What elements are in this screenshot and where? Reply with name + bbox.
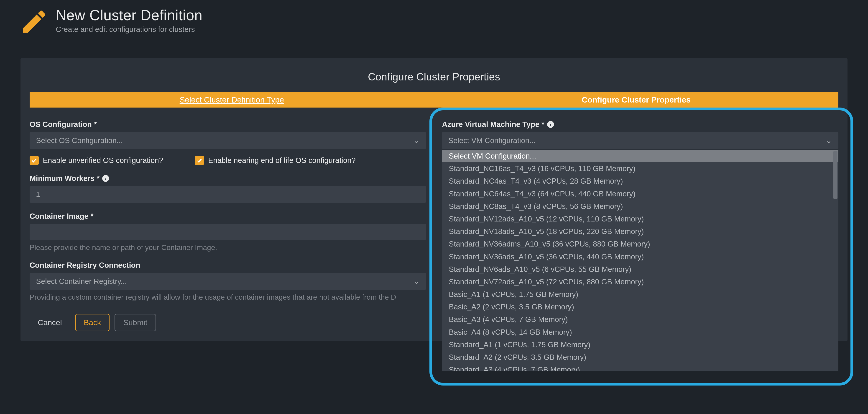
submit-button[interactable]: Submit bbox=[115, 314, 156, 331]
vm-option[interactable]: Standard_NV36ads_A10_v5 (36 vCPUs, 440 G… bbox=[442, 250, 838, 263]
vm-type-select-text: Select VM Configuration... bbox=[448, 136, 535, 145]
page-header: New Cluster Definition Create and edit c… bbox=[14, 7, 854, 49]
vm-option[interactable]: Standard_NC8as_T4_v3 (8 vCPUs, 56 GB Mem… bbox=[442, 200, 838, 213]
vm-option[interactable]: Standard_NC16as_T4_v3 (16 vCPUs, 110 GB … bbox=[442, 162, 838, 175]
os-config-select-text: Select OS Configuration... bbox=[36, 136, 123, 145]
vm-option[interactable]: Basic_A1 (1 vCPUs, 1.75 GB Memory) bbox=[442, 288, 838, 300]
vm-type-select[interactable]: Select VM Configuration... ⌄ bbox=[442, 132, 838, 149]
container-registry-label: Container Registry Connection bbox=[30, 261, 426, 270]
cancel-button[interactable]: Cancel bbox=[30, 314, 70, 331]
enable-eol-label: Enable nearing end of life OS configurat… bbox=[208, 156, 356, 165]
vm-option[interactable]: Select VM Configuration... bbox=[442, 150, 838, 162]
pencil-icon bbox=[19, 7, 49, 37]
chevron-down-icon: ⌄ bbox=[826, 136, 832, 145]
vm-type-dropdown-list[interactable]: Select VM Configuration...Standard_NC16a… bbox=[442, 150, 838, 371]
enable-eol-checkbox[interactable] bbox=[195, 156, 204, 165]
container-image-input[interactable] bbox=[30, 224, 426, 240]
vm-option[interactable]: Standard_NC4as_T4_v3 (4 vCPUs, 28 GB Mem… bbox=[442, 175, 838, 187]
vm-option[interactable]: Standard_NV36adms_A10_v5 (36 vCPUs, 880 … bbox=[442, 238, 838, 250]
config-panel: Configure Cluster Properties Select Clus… bbox=[21, 58, 847, 341]
page-title: New Cluster Definition bbox=[56, 7, 203, 24]
chevron-down-icon: ⌄ bbox=[413, 277, 420, 286]
vm-option[interactable]: Standard_A1 (1 vCPUs, 1.75 GB Memory) bbox=[442, 338, 838, 351]
vm-option[interactable]: Standard_A3 (4 vCPUs, 7 GB Memory) bbox=[442, 363, 838, 371]
back-button[interactable]: Back bbox=[75, 314, 110, 331]
enable-unverified-checkbox[interactable] bbox=[30, 156, 39, 165]
page-subtitle: Create and edit configurations for clust… bbox=[56, 25, 203, 34]
enable-unverified-label: Enable unverified OS configuration? bbox=[43, 156, 163, 165]
wizard-tabs: Select Cluster Definition Type Configure… bbox=[30, 92, 838, 108]
vm-option[interactable]: Basic_A4 (8 vCPUs, 14 GB Memory) bbox=[442, 326, 838, 338]
vm-option[interactable]: Standard_NV72ads_A10_v5 (72 vCPUs, 880 G… bbox=[442, 275, 838, 288]
min-workers-label: Minimum Workers * bbox=[30, 174, 99, 183]
vm-option[interactable]: Standard_NC64as_T4_v3 (64 vCPUs, 440 GB … bbox=[442, 187, 838, 200]
min-workers-input[interactable]: 1 bbox=[30, 186, 426, 203]
container-registry-select-text: Select Container Registry... bbox=[36, 277, 127, 286]
min-workers-value: 1 bbox=[36, 190, 40, 199]
vm-type-label: Azure Virtual Machine Type * bbox=[442, 120, 545, 129]
container-registry-helper: Providing a custom container registry wi… bbox=[30, 293, 426, 301]
vm-option[interactable]: Standard_NV12ads_A10_v5 (12 vCPUs, 110 G… bbox=[442, 213, 838, 225]
scrollbar-thumb[interactable] bbox=[833, 151, 837, 199]
vm-option[interactable]: Standard_A2 (2 vCPUs, 3.5 GB Memory) bbox=[442, 351, 838, 363]
vm-option[interactable]: Standard_NV18ads_A10_v5 (18 vCPUs, 220 G… bbox=[442, 225, 838, 238]
tab-configure-properties[interactable]: Configure Cluster Properties bbox=[434, 92, 838, 108]
chevron-down-icon: ⌄ bbox=[413, 136, 420, 145]
vm-option[interactable]: Basic_A3 (4 vCPUs, 7 GB Memory) bbox=[442, 313, 838, 326]
dropdown-scrollbar[interactable] bbox=[833, 151, 837, 369]
vm-option[interactable]: Standard_NV6ads_A10_v5 (6 vCPUs, 55 GB M… bbox=[442, 263, 838, 275]
panel-title: Configure Cluster Properties bbox=[30, 71, 838, 83]
tab-select-type[interactable]: Select Cluster Definition Type bbox=[30, 92, 434, 108]
container-image-helper: Please provide the name or path of your … bbox=[30, 243, 426, 252]
container-image-label: Container Image * bbox=[30, 212, 426, 220]
container-registry-select[interactable]: Select Container Registry... ⌄ bbox=[30, 273, 426, 290]
info-icon[interactable]: i bbox=[547, 121, 554, 128]
os-config-select[interactable]: Select OS Configuration... ⌄ bbox=[30, 132, 426, 149]
os-config-label: OS Configuration * bbox=[30, 120, 426, 129]
info-icon[interactable]: i bbox=[102, 175, 109, 182]
vm-option[interactable]: Basic_A2 (2 vCPUs, 3.5 GB Memory) bbox=[442, 300, 838, 313]
